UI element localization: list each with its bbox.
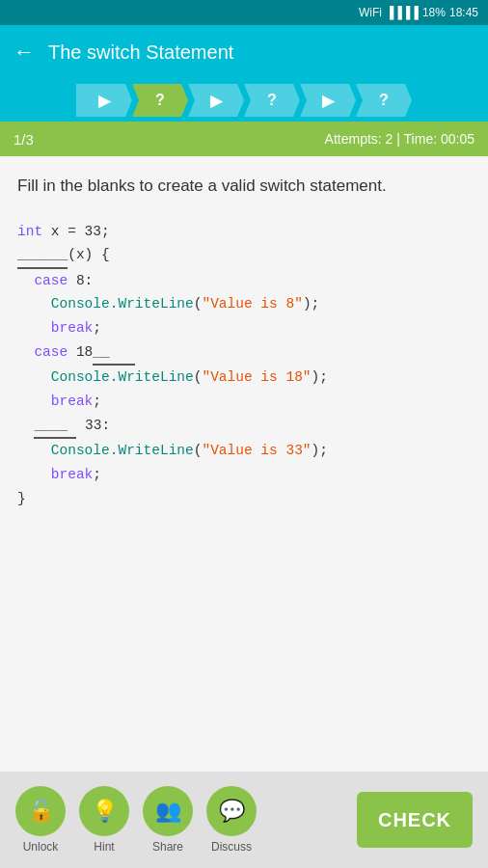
signal-icon: ▐▐▐▐: [386, 6, 419, 19]
share-label: Share: [152, 840, 183, 854]
hint-button[interactable]: 💡 Hint: [79, 786, 129, 854]
share-button[interactable]: 👥 Share: [143, 786, 193, 854]
tab-5[interactable]: ▶: [300, 84, 356, 117]
share-icon: 👥: [155, 799, 181, 824]
back-button[interactable]: ←: [14, 40, 35, 65]
discuss-icon: 💬: [219, 799, 245, 824]
code-line-5: break;: [17, 316, 471, 340]
code-line-4: Console.WriteLine("Value is 8");: [17, 292, 471, 316]
wifi-icon: WiFi: [359, 6, 382, 19]
hint-icon-circle: 💡: [79, 786, 129, 836]
status-bar: WiFi ▐▐▐▐ 18% 18:45: [0, 0, 488, 25]
tab-4[interactable]: ?: [244, 84, 300, 117]
main-content: Fill in the blanks to create a valid swi…: [0, 156, 488, 772]
progress-text: 1/3: [14, 131, 34, 148]
share-icon-circle: 👥: [143, 786, 193, 836]
discuss-label: Discuss: [211, 840, 252, 854]
code-line-8: break;: [17, 390, 471, 414]
tab-icon-4: ?: [267, 92, 277, 109]
tab-6[interactable]: ?: [356, 84, 412, 117]
code-line-2: ______(x) {: [17, 243, 471, 269]
bottom-toolbar: 🔓 Unlock 💡 Hint 👥 Share 💬 Discuss CHECK: [0, 772, 488, 868]
tab-icon-3: ▶: [210, 92, 222, 110]
code-line-11: break;: [17, 463, 471, 487]
tab-icon-2: ?: [155, 92, 165, 109]
time-text: 18:45: [449, 6, 478, 19]
code-line-10: Console.WriteLine("Value is 33");: [17, 439, 471, 463]
tab-icon-6: ?: [379, 92, 389, 109]
progress-tabs: ▶ ? ▶ ? ▶ ?: [0, 79, 488, 122]
hint-icon: 💡: [92, 799, 118, 824]
tab-icon-1: ▶: [98, 92, 110, 110]
discuss-icon-circle: 💬: [206, 786, 257, 836]
tab-1[interactable]: ▶: [76, 84, 132, 117]
unlock-icon-circle: 🔓: [15, 786, 66, 836]
code-line-3: case 8:: [17, 269, 471, 293]
unlock-icon: 🔓: [28, 799, 54, 824]
tab-3[interactable]: ▶: [188, 84, 244, 117]
tab-2[interactable]: ?: [132, 84, 188, 117]
unlock-button[interactable]: 🔓 Unlock: [15, 786, 66, 854]
code-line-9: ____ 33:: [17, 414, 471, 440]
attempts-time-text: Attempts: 2 | Time: 00:05: [325, 131, 474, 147]
unlock-label: Unlock: [23, 840, 59, 854]
check-button[interactable]: CHECK: [357, 792, 473, 848]
status-icons: WiFi ▐▐▐▐ 18% 18:45: [359, 6, 478, 19]
header-title: The switch Statement: [48, 41, 233, 64]
header: ← The switch Statement: [0, 25, 488, 79]
hint-label: Hint: [94, 840, 114, 854]
code-line-6: case 18__: [17, 340, 471, 366]
code-line-1: int x = 33;: [17, 220, 471, 244]
code-line-7: Console.WriteLine("Value is 18");: [17, 366, 471, 390]
code-block: int x = 33; ______(x) { case 8: Console.…: [17, 220, 471, 511]
battery-text: 18%: [422, 6, 446, 19]
code-line-12: }: [17, 487, 471, 511]
info-bar: 1/3 Attempts: 2 | Time: 00:05: [0, 122, 488, 156]
discuss-button[interactable]: 💬 Discuss: [206, 786, 257, 854]
tab-icon-5: ▶: [322, 92, 334, 110]
instruction-text: Fill in the blanks to create a valid swi…: [17, 174, 471, 199]
